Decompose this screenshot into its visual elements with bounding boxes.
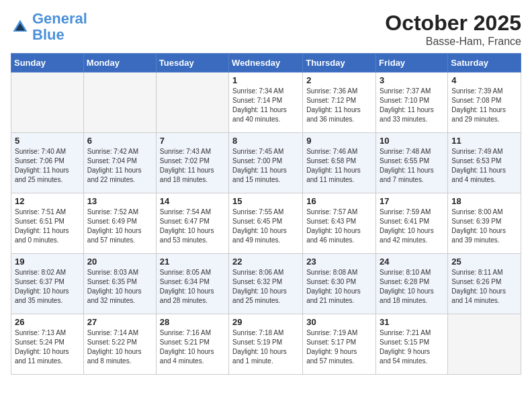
day-number: 4: [451, 75, 517, 85]
day-number: 21: [160, 257, 225, 267]
day-info: Sunrise: 7:37 AM Sunset: 7:10 PM Dayligh…: [380, 87, 444, 124]
day-info: Sunrise: 7:48 AM Sunset: 6:55 PM Dayligh…: [380, 147, 444, 185]
calendar-cell: 10Sunrise: 7:48 AM Sunset: 6:55 PM Dayli…: [376, 133, 448, 193]
day-number: 31: [380, 317, 444, 327]
day-number: 25: [451, 257, 517, 267]
day-number: 14: [160, 196, 225, 206]
day-number: 12: [15, 196, 80, 206]
day-number: 13: [87, 196, 152, 206]
calendar-cell: 27Sunrise: 7:14 AM Sunset: 5:22 PM Dayli…: [83, 314, 156, 375]
day-info: Sunrise: 7:46 AM Sunset: 6:58 PM Dayligh…: [306, 147, 372, 185]
weekday-header: Tuesday: [156, 54, 228, 73]
calendar-cell: 30Sunrise: 7:19 AM Sunset: 5:17 PM Dayli…: [303, 314, 376, 375]
day-number: 24: [380, 257, 444, 267]
week-row: 19Sunrise: 8:02 AM Sunset: 6:37 PM Dayli…: [11, 254, 521, 314]
weekday-header: Sunday: [11, 54, 84, 73]
day-info: Sunrise: 7:34 AM Sunset: 7:14 PM Dayligh…: [232, 87, 299, 124]
calendar-cell: 24Sunrise: 8:10 AM Sunset: 6:28 PM Dayli…: [376, 254, 448, 314]
calendar-table: SundayMondayTuesdayWednesdayThursdayFrid…: [11, 53, 521, 375]
day-info: Sunrise: 7:39 AM Sunset: 7:08 PM Dayligh…: [451, 87, 517, 124]
day-info: Sunrise: 7:36 AM Sunset: 7:12 PM Dayligh…: [306, 87, 372, 124]
calendar-cell: [448, 314, 521, 375]
day-number: 26: [15, 317, 80, 327]
calendar-cell: 6Sunrise: 7:42 AM Sunset: 7:04 PM Daylig…: [83, 133, 156, 193]
day-info: Sunrise: 7:59 AM Sunset: 6:41 PM Dayligh…: [380, 208, 444, 245]
calendar-cell: 15Sunrise: 7:55 AM Sunset: 6:45 PM Dayli…: [229, 193, 303, 254]
day-info: Sunrise: 8:02 AM Sunset: 6:37 PM Dayligh…: [15, 268, 80, 306]
calendar-cell: 13Sunrise: 7:52 AM Sunset: 6:49 PM Dayli…: [83, 193, 156, 254]
day-number: 20: [87, 257, 152, 267]
calendar-cell: 16Sunrise: 7:57 AM Sunset: 6:43 PM Dayli…: [303, 193, 376, 254]
calendar-cell: 7Sunrise: 7:43 AM Sunset: 7:02 PM Daylig…: [156, 133, 228, 193]
day-info: Sunrise: 7:14 AM Sunset: 5:22 PM Dayligh…: [87, 328, 152, 366]
weekday-header: Saturday: [448, 54, 521, 73]
logo-text: General Blue: [32, 11, 87, 43]
day-number: 6: [87, 136, 152, 146]
day-number: 7: [160, 136, 225, 146]
logo-icon: [11, 17, 30, 36]
day-number: 30: [306, 317, 372, 327]
day-number: 3: [380, 75, 444, 85]
calendar-cell: 31Sunrise: 7:21 AM Sunset: 5:15 PM Dayli…: [376, 314, 448, 375]
weekday-header: Wednesday: [229, 54, 303, 73]
day-number: 18: [451, 196, 517, 206]
title-block: October 2025 Basse-Ham, France: [385, 11, 521, 48]
day-number: 22: [232, 257, 299, 267]
calendar-cell: 20Sunrise: 8:03 AM Sunset: 6:35 PM Dayli…: [83, 254, 156, 314]
calendar-cell: 22Sunrise: 8:06 AM Sunset: 6:32 PM Dayli…: [229, 254, 303, 314]
day-number: 11: [451, 136, 517, 146]
calendar-cell: 19Sunrise: 8:02 AM Sunset: 6:37 PM Dayli…: [11, 254, 84, 314]
calendar-cell: 3Sunrise: 7:37 AM Sunset: 7:10 PM Daylig…: [376, 73, 448, 133]
day-info: Sunrise: 7:42 AM Sunset: 7:04 PM Dayligh…: [87, 147, 152, 185]
day-info: Sunrise: 7:52 AM Sunset: 6:49 PM Dayligh…: [87, 208, 152, 245]
day-info: Sunrise: 7:49 AM Sunset: 6:53 PM Dayligh…: [451, 147, 517, 185]
calendar-cell: 5Sunrise: 7:40 AM Sunset: 7:06 PM Daylig…: [11, 133, 84, 193]
calendar-cell: [11, 73, 84, 133]
day-info: Sunrise: 7:21 AM Sunset: 5:15 PM Dayligh…: [380, 328, 444, 366]
calendar-cell: [83, 73, 156, 133]
day-info: Sunrise: 7:40 AM Sunset: 7:06 PM Dayligh…: [15, 147, 80, 185]
day-info: Sunrise: 7:19 AM Sunset: 5:17 PM Dayligh…: [306, 328, 372, 366]
day-number: 5: [15, 136, 80, 146]
month-title: October 2025: [385, 11, 521, 36]
week-row: 5Sunrise: 7:40 AM Sunset: 7:06 PM Daylig…: [11, 133, 521, 193]
weekday-header: Thursday: [303, 54, 376, 73]
calendar-cell: 8Sunrise: 7:45 AM Sunset: 7:00 PM Daylig…: [229, 133, 303, 193]
week-row: 12Sunrise: 7:51 AM Sunset: 6:51 PM Dayli…: [11, 193, 521, 254]
day-info: Sunrise: 8:10 AM Sunset: 6:28 PM Dayligh…: [380, 268, 444, 306]
calendar-cell: 14Sunrise: 7:54 AM Sunset: 6:47 PM Dayli…: [156, 193, 228, 254]
day-info: Sunrise: 7:51 AM Sunset: 6:51 PM Dayligh…: [15, 208, 80, 245]
calendar-cell: 1Sunrise: 7:34 AM Sunset: 7:14 PM Daylig…: [229, 73, 303, 133]
day-number: 15: [232, 196, 299, 206]
day-number: 2: [306, 75, 372, 85]
day-number: 8: [232, 136, 299, 146]
calendar-cell: 21Sunrise: 8:05 AM Sunset: 6:34 PM Dayli…: [156, 254, 228, 314]
calendar-cell: 17Sunrise: 7:59 AM Sunset: 6:41 PM Dayli…: [376, 193, 448, 254]
calendar-cell: 18Sunrise: 8:00 AM Sunset: 6:39 PM Dayli…: [448, 193, 521, 254]
day-info: Sunrise: 8:00 AM Sunset: 6:39 PM Dayligh…: [451, 208, 517, 245]
day-info: Sunrise: 8:06 AM Sunset: 6:32 PM Dayligh…: [232, 268, 299, 306]
calendar-cell: 23Sunrise: 8:08 AM Sunset: 6:30 PM Dayli…: [303, 254, 376, 314]
day-info: Sunrise: 8:08 AM Sunset: 6:30 PM Dayligh…: [306, 268, 372, 306]
day-info: Sunrise: 8:05 AM Sunset: 6:34 PM Dayligh…: [160, 268, 225, 306]
week-row: 1Sunrise: 7:34 AM Sunset: 7:14 PM Daylig…: [11, 73, 521, 133]
weekday-header: Friday: [376, 54, 448, 73]
calendar-cell: 29Sunrise: 7:18 AM Sunset: 5:19 PM Dayli…: [229, 314, 303, 375]
day-info: Sunrise: 7:13 AM Sunset: 5:24 PM Dayligh…: [15, 328, 80, 366]
calendar-cell: [156, 73, 228, 133]
day-number: 27: [87, 317, 152, 327]
day-number: 23: [306, 257, 372, 267]
day-number: 9: [306, 136, 372, 146]
day-info: Sunrise: 8:11 AM Sunset: 6:26 PM Dayligh…: [451, 268, 517, 306]
weekday-header-row: SundayMondayTuesdayWednesdayThursdayFrid…: [11, 54, 521, 73]
day-number: 28: [160, 317, 225, 327]
calendar-cell: 4Sunrise: 7:39 AM Sunset: 7:08 PM Daylig…: [448, 73, 521, 133]
day-number: 29: [232, 317, 299, 327]
logo: General Blue: [11, 11, 87, 43]
calendar-cell: 28Sunrise: 7:16 AM Sunset: 5:21 PM Dayli…: [156, 314, 228, 375]
day-info: Sunrise: 7:18 AM Sunset: 5:19 PM Dayligh…: [232, 328, 299, 366]
day-info: Sunrise: 7:16 AM Sunset: 5:21 PM Dayligh…: [160, 328, 225, 366]
calendar-cell: 11Sunrise: 7:49 AM Sunset: 6:53 PM Dayli…: [448, 133, 521, 193]
day-number: 1: [232, 75, 299, 85]
day-info: Sunrise: 7:54 AM Sunset: 6:47 PM Dayligh…: [160, 208, 225, 245]
